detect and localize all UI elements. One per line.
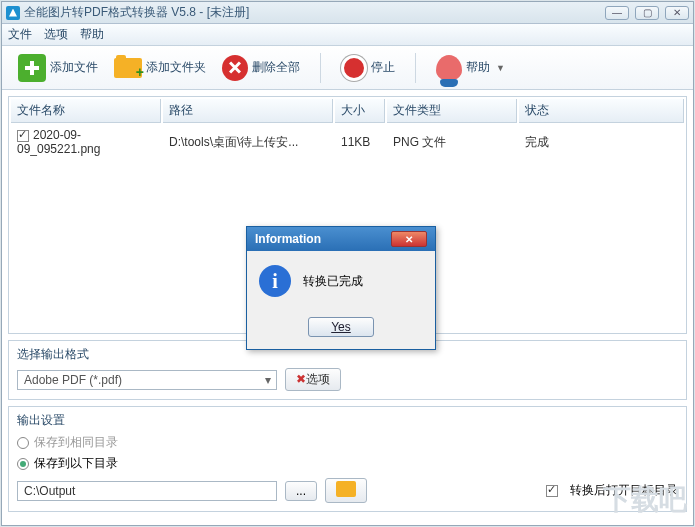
output-section: 输出设置 保存到相同目录 保存到以下目录 ... 转换后打开目标目录 [8, 406, 687, 512]
browse-button[interactable]: ... [285, 481, 317, 501]
stop-button[interactable]: 停止 [333, 51, 403, 85]
menubar: 文件 选项 帮助 [2, 24, 693, 46]
radio-same-dir[interactable]: 保存到相同目录 [17, 434, 678, 451]
col-status[interactable]: 状态 [519, 99, 684, 123]
open-after-label: 转换后打开目标目录 [570, 482, 678, 499]
dialog-message: 转换已完成 [303, 273, 363, 290]
format-options-button[interactable]: ✖选项 [285, 368, 341, 391]
app-icon [6, 6, 20, 20]
delete-icon [222, 55, 248, 81]
dialog-yes-button[interactable]: Yes [308, 317, 374, 337]
col-path[interactable]: 路径 [163, 99, 333, 123]
output-path-input[interactable] [17, 481, 277, 501]
toolbar-separator [415, 53, 416, 83]
delete-all-button[interactable]: 删除全部 [214, 51, 308, 85]
stop-icon [341, 55, 367, 81]
minimize-button[interactable]: — [605, 6, 629, 20]
radio-below-dir[interactable]: 保存到以下目录 [17, 455, 678, 472]
info-dialog: Information ✕ i 转换已完成 Yes [246, 226, 436, 350]
table-row[interactable]: 2020-09-09_095221.png D:\tools\桌面\待上传安..… [11, 125, 684, 159]
close-button[interactable]: ✕ [665, 6, 689, 20]
menu-file[interactable]: 文件 [8, 26, 32, 43]
toolbar: 添加文件 添加文件夹 删除全部 停止 帮助 ▼ [2, 46, 693, 90]
col-name[interactable]: 文件名称 [11, 99, 161, 123]
add-file-button[interactable]: 添加文件 [10, 50, 106, 86]
row-checkbox[interactable] [17, 130, 29, 142]
window-title: 全能图片转PDF格式转换器 V5.8 - [未注册] [24, 4, 605, 21]
output-title: 输出设置 [17, 412, 678, 429]
col-size[interactable]: 大小 [335, 99, 385, 123]
wrench-icon: ✖ [296, 372, 306, 386]
plus-icon [18, 54, 46, 82]
folder-plus-icon [114, 58, 142, 78]
open-after-checkbox[interactable] [546, 485, 558, 497]
titlebar[interactable]: 全能图片转PDF格式转换器 V5.8 - [未注册] — ▢ ✕ [2, 2, 693, 24]
col-type[interactable]: 文件类型 [387, 99, 517, 123]
table-header-row: 文件名称 路径 大小 文件类型 状态 [11, 99, 684, 123]
menu-help[interactable]: 帮助 [80, 26, 104, 43]
help-button[interactable]: 帮助 ▼ [428, 51, 513, 85]
menu-options[interactable]: 选项 [44, 26, 68, 43]
dialog-titlebar[interactable]: Information ✕ [247, 227, 435, 251]
format-select[interactable]: Adobe PDF (*.pdf) [17, 370, 277, 390]
open-folder-button[interactable] [325, 478, 367, 503]
maximize-button[interactable]: ▢ [635, 6, 659, 20]
folder-icon [336, 481, 356, 497]
add-folder-button[interactable]: 添加文件夹 [106, 50, 214, 86]
radio-icon [17, 437, 29, 449]
toolbar-separator [320, 53, 321, 83]
dropdown-icon: ▼ [496, 63, 505, 73]
info-icon: i [259, 265, 291, 297]
radio-icon [17, 458, 29, 470]
dialog-title-text: Information [255, 232, 321, 246]
help-icon [436, 55, 462, 81]
dialog-close-button[interactable]: ✕ [391, 231, 427, 247]
